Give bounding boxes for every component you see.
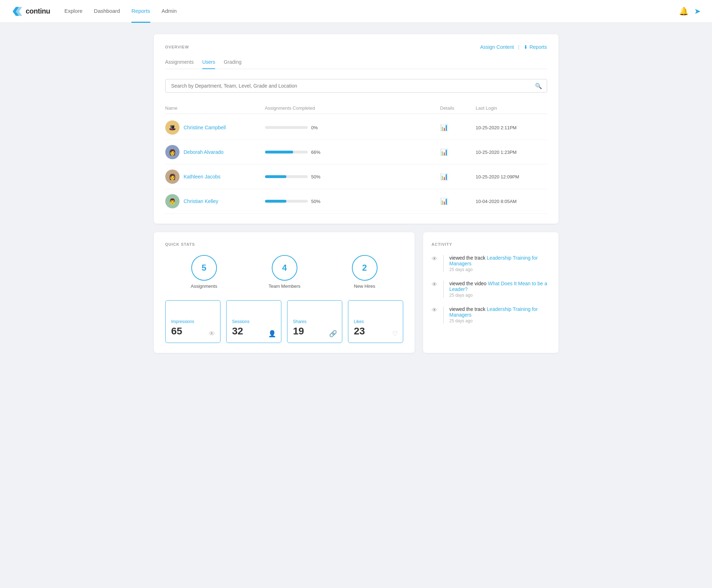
stat-circle: 4 <box>272 255 297 281</box>
stat-card: Sessions 32 👤 <box>226 300 281 343</box>
nav-dashboard[interactable]: Dashboard <box>94 0 120 23</box>
activity-text-before: viewed the track <box>449 306 487 312</box>
last-login: 10-25-2020 2:11PM <box>476 125 547 130</box>
last-login: 10-25-2020 12:09PM <box>476 174 547 179</box>
user-name[interactable]: Christian Kelley <box>184 198 218 204</box>
stat-circle-item: 4 Team Members <box>269 255 301 289</box>
search-container: 🔍 <box>165 79 547 93</box>
activity-content: viewed the track Leadership Training for… <box>443 255 550 272</box>
assign-content-link[interactable]: Assign Content <box>480 44 514 50</box>
details-cell: 📊 <box>440 148 476 156</box>
activity-content: viewed the video What Does It Mean to be… <box>443 281 550 298</box>
nav-admin[interactable]: Admin <box>162 0 177 23</box>
user-cell: 👩 Deborah Alvarado <box>165 145 265 159</box>
bottom-section: QUICK STATS 5 Assignments 4 Team Members… <box>154 232 558 353</box>
user-cell: 🎩 Christine Campbell <box>165 120 265 135</box>
actions-divider: | <box>518 44 520 50</box>
avatar: 👨 <box>165 194 180 208</box>
progress-bar-bg <box>265 151 308 153</box>
tab-assignments[interactable]: Assignments <box>165 56 194 69</box>
nav-reports[interactable]: Reports <box>131 0 150 23</box>
last-login: 10-04-2020 8:05AM <box>476 199 547 204</box>
avatar: 🎩 <box>165 120 180 135</box>
activity-time: 25 days ago <box>449 318 550 323</box>
col-assignments: Assignments Completed <box>265 105 440 111</box>
search-icon: 🔍 <box>535 83 542 89</box>
navbar: continu Explore Dashboard Reports Admin … <box>0 0 712 23</box>
progress-cell: 50% <box>265 199 440 204</box>
last-login: 10-25-2020 1:23PM <box>476 150 547 155</box>
logo-text: continu <box>26 7 50 15</box>
stat-circle-item: 5 Assignments <box>191 255 217 289</box>
overview-card: OVERVIEW Assign Content | ⬇ Reports Assi… <box>154 34 558 224</box>
logo-icon <box>11 6 23 17</box>
user-name[interactable]: Deborah Alvarado <box>184 149 224 155</box>
user-name[interactable]: Christine Campbell <box>184 125 226 130</box>
col-details: Details <box>440 105 476 111</box>
avatar: 👩 <box>165 145 180 159</box>
quick-stats-label: QUICK STATS <box>165 242 403 246</box>
nav-explore[interactable]: Explore <box>64 0 83 23</box>
table-row: 🎩 Christine Campbell 0% 📊 10-25-2020 2:1… <box>165 115 547 140</box>
user-cell: 👨 Christian Kelley <box>165 194 265 208</box>
activity-text-before: viewed the track <box>449 255 487 261</box>
activity-label: ACTIVITY <box>432 242 550 246</box>
stat-circle-label: Team Members <box>269 283 301 289</box>
stat-circle-label: New Hires <box>354 283 375 289</box>
stat-card-icon: 👁 <box>209 330 215 338</box>
activity-content: viewed the track Leadership Training for… <box>443 306 550 323</box>
tab-grading[interactable]: Grading <box>224 56 241 69</box>
progress-bar-fill <box>265 151 293 153</box>
stat-card-value: 23 <box>354 326 397 337</box>
eye-icon: 👁 <box>432 281 437 288</box>
details-cell: 📊 <box>440 124 476 131</box>
stat-card-icon: 🔗 <box>329 330 337 338</box>
main-content: OVERVIEW Assign Content | ⬇ Reports Assi… <box>142 23 570 364</box>
stat-card-icon: 👤 <box>268 330 276 338</box>
activity-time: 25 days ago <box>449 267 550 272</box>
reports-download-link[interactable]: ⬇ Reports <box>524 44 547 50</box>
tabs: Assignments Users Grading <box>165 56 547 69</box>
search-input[interactable] <box>165 79 547 93</box>
avatar: 👩 <box>165 170 180 184</box>
bar-chart-icon[interactable]: 📊 <box>440 173 448 180</box>
user-name[interactable]: Kathleen Jacobs <box>184 174 221 179</box>
stat-cards: Impressions 65 👁 Sessions 32 👤 Shares 19… <box>165 300 403 343</box>
activity-item: 👁 viewed the track Leadership Training f… <box>432 306 550 323</box>
stat-card-label: Shares <box>293 319 336 324</box>
activity-text: viewed the track Leadership Training for… <box>449 255 550 266</box>
activity-card: ACTIVITY 👁 viewed the track Leadership T… <box>423 232 558 353</box>
activity-item: 👁 viewed the track Leadership Training f… <box>432 255 550 272</box>
table-row: 👩 Deborah Alvarado 66% 📊 10-25-2020 1:23… <box>165 140 547 165</box>
details-cell: 📊 <box>440 197 476 205</box>
activity-text: viewed the video What Does It Mean to be… <box>449 281 550 292</box>
table-row: 👩 Kathleen Jacobs 50% 📊 10-25-2020 12:09… <box>165 165 547 189</box>
table-row: 👨 Christian Kelley 50% 📊 10-04-2020 8:05… <box>165 189 547 214</box>
bar-chart-icon[interactable]: 📊 <box>440 149 448 156</box>
progress-cell: 0% <box>265 125 440 130</box>
tab-users[interactable]: Users <box>202 56 215 69</box>
progress-bar-bg <box>265 175 308 178</box>
nav-links: Explore Dashboard Reports Admin <box>64 0 177 23</box>
progress-cell: 66% <box>265 150 440 155</box>
stat-circle-item: 2 New Hires <box>352 255 378 289</box>
progress-bar-fill <box>265 200 286 203</box>
notification-bell-icon[interactable]: 🔔 <box>679 7 688 16</box>
table-header: Name Assignments Completed Details Last … <box>165 103 547 114</box>
stat-card-label: Sessions <box>232 319 275 324</box>
col-name: Name <box>165 105 265 111</box>
bar-chart-icon[interactable]: 📊 <box>440 124 448 131</box>
stat-card-value: 65 <box>171 326 214 337</box>
progress-percent: 66% <box>311 150 321 155</box>
activity-time: 25 days ago <box>449 293 550 298</box>
stat-card-icon: ♡ <box>392 330 398 338</box>
user-cell: 👩 Kathleen Jacobs <box>165 170 265 184</box>
progress-percent: 0% <box>311 125 318 130</box>
activity-text: viewed the track Leadership Training for… <box>449 306 550 318</box>
bar-chart-icon[interactable]: 📊 <box>440 198 448 205</box>
stat-card: Impressions 65 👁 <box>165 300 220 343</box>
activity-text-before: viewed the video <box>449 281 488 286</box>
send-icon[interactable]: ➤ <box>694 7 701 16</box>
nav-right: 🔔 ➤ <box>679 7 701 16</box>
stat-card: Shares 19 🔗 <box>287 300 342 343</box>
